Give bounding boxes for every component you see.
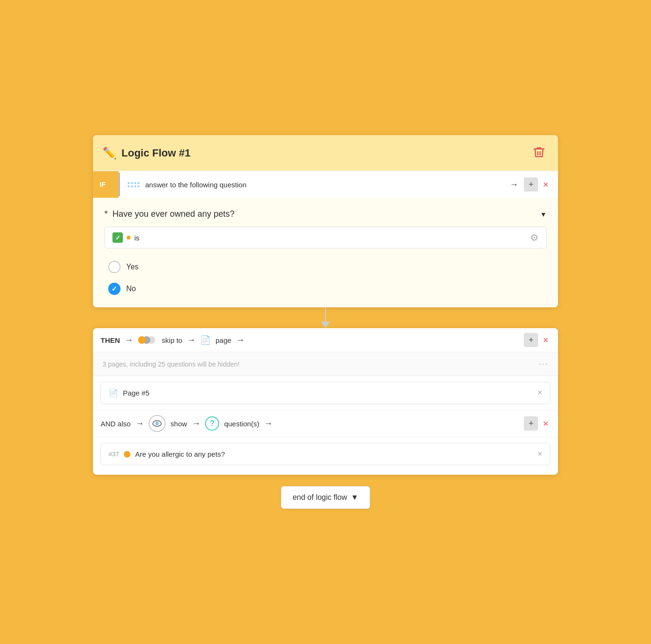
answer-option-yes: Yes — [108, 256, 543, 278]
question-item-close-button[interactable]: × — [537, 449, 542, 459]
dot-orange — [127, 236, 130, 239]
show-text: show — [170, 420, 187, 428]
if-add-button[interactable]: + — [524, 177, 538, 192]
eye-icon — [149, 415, 166, 432]
end-of-flow-label: end of logic flow — [293, 493, 347, 502]
question-dot-icon — [124, 451, 130, 458]
then-close-button[interactable]: × — [541, 334, 550, 347]
fork-line — [325, 307, 326, 322]
drag-handle[interactable] — [128, 182, 140, 187]
answer-option-no: No — [108, 278, 543, 300]
chevron-down-icon[interactable]: ▼ — [540, 211, 547, 218]
question-text: * Have you ever owned any pets? — [104, 209, 234, 219]
pencil-icon: ✏️ — [102, 147, 117, 160]
radio-no[interactable] — [108, 283, 121, 295]
then-add-button[interactable]: + — [524, 333, 538, 347]
hidden-notice-text: 3 pages, including 25 questions will be … — [102, 360, 240, 368]
question-circle-icon: ? — [205, 416, 219, 431]
circle-dot-1 — [138, 336, 146, 344]
page-item: 📄 Page #5 × — [101, 382, 550, 404]
and-also-add-button[interactable]: + — [524, 416, 538, 431]
fork-triangle — [321, 322, 330, 328]
logic-flow-card: ✏️ Logic Flow #1 IF — [93, 135, 558, 307]
answer-yes-label: Yes — [126, 263, 139, 271]
then-card: THEN → skip to → 📄 page → + × 3 pages, i… — [93, 328, 558, 475]
gear-icon[interactable]: ⚙ — [530, 232, 539, 243]
and-arrow2: → — [192, 419, 200, 429]
if-close-button[interactable]: × — [541, 178, 550, 191]
circles-icon — [138, 335, 157, 345]
if-arrow: → — [510, 180, 518, 190]
end-of-flow-arrow: ▼ — [351, 493, 358, 502]
connector-fork — [321, 307, 330, 328]
then-row-actions: + × — [524, 333, 550, 347]
answer-options: Yes No — [104, 256, 547, 300]
dots-menu[interactable]: ··· — [539, 359, 549, 369]
if-row-content: answer to the following question → + × — [119, 173, 558, 196]
delete-button[interactable] — [530, 143, 549, 163]
answer-no-label: No — [126, 285, 136, 293]
then-arrow2: → — [187, 335, 195, 345]
question-row: * Have you ever owned any pets? ▼ — [104, 209, 547, 219]
if-row: IF answer to the following question → + … — [93, 171, 558, 198]
checkbox-icon — [112, 232, 123, 243]
question-number: #37 — [109, 451, 119, 458]
then-row: THEN → skip to → 📄 page → + × — [93, 328, 558, 352]
if-row-actions: + × — [524, 177, 550, 192]
condition-left: is — [112, 232, 140, 243]
page-icon: 📄 — [200, 335, 211, 345]
question-item-left: #37 Are you allergic to any pets? — [109, 450, 225, 458]
condition-operator: is — [134, 234, 140, 242]
page-item-icon: 📄 — [109, 388, 118, 397]
required-marker: * — [104, 209, 108, 219]
skip-to-text: skip to — [162, 336, 182, 344]
main-container: ✏️ Logic Flow #1 IF — [93, 135, 558, 509]
radio-yes[interactable] — [108, 261, 121, 273]
and-also-row-actions: + × — [524, 416, 550, 431]
and-arrow1: → — [135, 419, 144, 429]
and-also-text: AND also — [101, 420, 130, 428]
trash-icon — [532, 146, 546, 159]
and-arrow3: → — [264, 419, 273, 429]
card-title: Logic Flow #1 — [121, 147, 190, 159]
condition-row: is ⚙ — [104, 227, 547, 248]
and-also-close-button[interactable]: × — [541, 417, 550, 430]
then-arrow3: → — [236, 335, 245, 345]
then-label: THEN — [101, 336, 120, 344]
question-label: Have you ever owned any pets? — [112, 209, 234, 219]
question-item-text: Are you allergic to any pets? — [135, 450, 225, 458]
card-header: ✏️ Logic Flow #1 — [93, 135, 558, 171]
if-badge: IF — [93, 171, 119, 198]
page-text: page — [215, 336, 231, 344]
end-of-flow-button[interactable]: end of logic flow ▼ — [281, 486, 371, 509]
question-item: #37 Are you allergic to any pets? × — [101, 443, 550, 465]
page-item-left: 📄 Page #5 — [109, 388, 149, 397]
if-condition-text: answer to the following question — [145, 181, 504, 189]
svg-point-2 — [157, 423, 158, 424]
and-also-row: AND also → show → ? question(s) → + × — [93, 410, 558, 437]
hidden-notice: 3 pages, including 25 questions will be … — [93, 352, 558, 376]
page-item-close-button[interactable]: × — [537, 388, 542, 398]
page-item-text: Page #5 — [123, 389, 149, 397]
questions-label: question(s) — [224, 420, 259, 428]
card-header-left: ✏️ Logic Flow #1 — [102, 147, 190, 160]
question-section: * Have you ever owned any pets? ▼ is ⚙ Y — [93, 198, 558, 307]
then-arrow1: → — [125, 335, 133, 345]
